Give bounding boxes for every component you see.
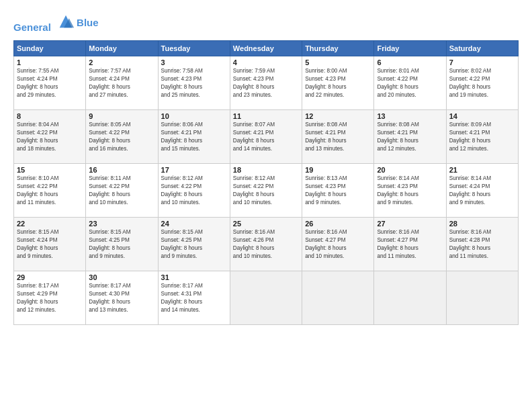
- weekday-header-tuesday: Tuesday: [158, 41, 230, 56]
- calendar-day-cell: 30Sunrise: 8:17 AMSunset: 4:30 PMDayligh…: [86, 271, 158, 325]
- day-info: Sunrise: 8:10 AMSunset: 4:22 PMDaylight:…: [17, 175, 83, 207]
- calendar-day-cell: 15Sunrise: 8:10 AMSunset: 4:22 PMDayligh…: [14, 164, 86, 218]
- day-number: 25: [233, 220, 299, 228]
- day-number: 9: [89, 112, 154, 120]
- logo-icon: [56, 12, 75, 31]
- day-info: Sunrise: 8:05 AMSunset: 4:22 PMDaylight:…: [89, 121, 154, 153]
- calendar-day-cell: 4Sunrise: 7:59 AMSunset: 4:23 PMDaylight…: [230, 56, 302, 110]
- day-info: Sunrise: 8:08 AMSunset: 4:21 PMDaylight:…: [305, 121, 371, 153]
- calendar-day-cell: 17Sunrise: 8:12 AMSunset: 4:22 PMDayligh…: [158, 164, 230, 218]
- day-number: 23: [89, 220, 154, 228]
- day-number: 29: [17, 273, 83, 281]
- calendar-day-cell: 2Sunrise: 7:57 AMSunset: 4:24 PMDaylight…: [86, 56, 158, 110]
- day-info: Sunrise: 8:17 AMSunset: 4:31 PMDaylight:…: [161, 282, 227, 314]
- calendar-day-cell: 5Sunrise: 8:00 AMSunset: 4:23 PMDaylight…: [302, 56, 374, 110]
- day-info: Sunrise: 8:02 AMSunset: 4:22 PMDaylight:…: [449, 67, 515, 99]
- day-info: Sunrise: 8:16 AMSunset: 4:27 PMDaylight:…: [377, 228, 443, 261]
- logo-blue: Blue: [77, 17, 99, 29]
- calendar-day-cell: 31Sunrise: 8:17 AMSunset: 4:31 PMDayligh…: [158, 271, 230, 325]
- day-number: 8: [17, 112, 83, 120]
- day-info: Sunrise: 8:12 AMSunset: 4:22 PMDaylight:…: [233, 175, 299, 207]
- calendar-day-cell: 10Sunrise: 8:06 AMSunset: 4:21 PMDayligh…: [158, 110, 230, 164]
- logo: General Blue: [13, 12, 99, 34]
- day-number: 13: [377, 112, 443, 120]
- day-info: Sunrise: 8:14 AMSunset: 4:23 PMDaylight:…: [377, 175, 443, 207]
- page-header: General Blue: [13, 12, 519, 34]
- calendar-day-cell: 22Sunrise: 8:15 AMSunset: 4:24 PMDayligh…: [14, 218, 86, 271]
- day-info: Sunrise: 8:16 AMSunset: 4:28 PMDaylight:…: [449, 228, 515, 261]
- weekday-header-monday: Monday: [86, 41, 158, 56]
- day-number: 15: [17, 166, 83, 174]
- day-info: Sunrise: 8:15 AMSunset: 4:24 PMDaylight:…: [17, 228, 83, 261]
- day-info: Sunrise: 8:16 AMSunset: 4:26 PMDaylight:…: [233, 228, 299, 261]
- day-info: Sunrise: 8:06 AMSunset: 4:21 PMDaylight:…: [161, 121, 227, 153]
- calendar-week-row: 8Sunrise: 8:04 AMSunset: 4:22 PMDaylight…: [14, 110, 519, 164]
- day-info: Sunrise: 8:17 AMSunset: 4:30 PMDaylight:…: [89, 282, 154, 314]
- empty-cell: [230, 271, 302, 325]
- day-info: Sunrise: 7:57 AMSunset: 4:24 PMDaylight:…: [89, 67, 154, 99]
- calendar-day-cell: 9Sunrise: 8:05 AMSunset: 4:22 PMDaylight…: [86, 110, 158, 164]
- day-number: 11: [233, 112, 299, 120]
- day-info: Sunrise: 7:58 AMSunset: 4:23 PMDaylight:…: [161, 67, 227, 99]
- day-info: Sunrise: 8:00 AMSunset: 4:23 PMDaylight:…: [305, 67, 371, 99]
- day-number: 26: [305, 220, 371, 228]
- day-number: 16: [89, 166, 154, 174]
- day-info: Sunrise: 8:12 AMSunset: 4:22 PMDaylight:…: [161, 175, 227, 207]
- empty-cell: [374, 271, 446, 325]
- day-info: Sunrise: 8:01 AMSunset: 4:22 PMDaylight:…: [377, 67, 443, 99]
- day-info: Sunrise: 8:04 AMSunset: 4:22 PMDaylight:…: [17, 121, 83, 153]
- day-info: Sunrise: 7:59 AMSunset: 4:23 PMDaylight:…: [233, 67, 299, 99]
- calendar-day-cell: 14Sunrise: 8:09 AMSunset: 4:21 PMDayligh…: [446, 110, 518, 164]
- calendar-table: SundayMondayTuesdayWednesdayThursdayFrid…: [13, 40, 519, 325]
- calendar-day-cell: 23Sunrise: 8:15 AMSunset: 4:25 PMDayligh…: [86, 218, 158, 271]
- day-info: Sunrise: 8:11 AMSunset: 4:22 PMDaylight:…: [89, 175, 154, 207]
- day-info: Sunrise: 8:15 AMSunset: 4:25 PMDaylight:…: [89, 228, 154, 261]
- calendar-day-cell: 24Sunrise: 8:15 AMSunset: 4:25 PMDayligh…: [158, 218, 230, 271]
- weekday-header-wednesday: Wednesday: [230, 41, 302, 56]
- empty-cell: [446, 271, 518, 325]
- weekday-header-thursday: Thursday: [302, 41, 374, 56]
- weekday-header-friday: Friday: [374, 41, 446, 56]
- calendar-day-cell: 16Sunrise: 8:11 AMSunset: 4:22 PMDayligh…: [86, 164, 158, 218]
- day-info: Sunrise: 8:09 AMSunset: 4:21 PMDaylight:…: [449, 121, 515, 153]
- day-number: 21: [449, 166, 515, 174]
- calendar-day-cell: 27Sunrise: 8:16 AMSunset: 4:27 PMDayligh…: [374, 218, 446, 271]
- day-info: Sunrise: 8:14 AMSunset: 4:24 PMDaylight:…: [449, 175, 515, 207]
- calendar-week-row: 29Sunrise: 8:17 AMSunset: 4:29 PMDayligh…: [14, 271, 519, 325]
- calendar-day-cell: 25Sunrise: 8:16 AMSunset: 4:26 PMDayligh…: [230, 218, 302, 271]
- day-info: Sunrise: 8:15 AMSunset: 4:25 PMDaylight:…: [161, 228, 227, 261]
- calendar-day-cell: 3Sunrise: 7:58 AMSunset: 4:23 PMDaylight…: [158, 56, 230, 110]
- logo-text: General: [13, 12, 75, 34]
- calendar-day-cell: 21Sunrise: 8:14 AMSunset: 4:24 PMDayligh…: [446, 164, 518, 218]
- calendar-day-cell: 12Sunrise: 8:08 AMSunset: 4:21 PMDayligh…: [302, 110, 374, 164]
- calendar-day-cell: 19Sunrise: 8:13 AMSunset: 4:23 PMDayligh…: [302, 164, 374, 218]
- day-info: Sunrise: 8:07 AMSunset: 4:21 PMDaylight:…: [233, 121, 299, 153]
- calendar-day-cell: 1Sunrise: 7:55 AMSunset: 4:24 PMDaylight…: [14, 56, 86, 110]
- day-info: Sunrise: 8:13 AMSunset: 4:23 PMDaylight:…: [305, 175, 371, 207]
- day-number: 18: [233, 166, 299, 174]
- day-number: 27: [377, 220, 443, 228]
- day-number: 2: [89, 58, 154, 66]
- calendar-day-cell: 8Sunrise: 8:04 AMSunset: 4:22 PMDaylight…: [14, 110, 86, 164]
- day-number: 7: [449, 58, 515, 66]
- day-number: 20: [377, 166, 443, 174]
- weekday-header-sunday: Sunday: [14, 41, 86, 56]
- day-number: 22: [17, 220, 83, 228]
- day-number: 1: [17, 58, 83, 66]
- calendar-day-cell: 6Sunrise: 8:01 AMSunset: 4:22 PMDaylight…: [374, 56, 446, 110]
- day-number: 5: [305, 58, 371, 66]
- calendar-day-cell: 28Sunrise: 8:16 AMSunset: 4:28 PMDayligh…: [446, 218, 518, 271]
- day-number: 10: [161, 112, 227, 120]
- day-info: Sunrise: 7:55 AMSunset: 4:24 PMDaylight:…: [17, 67, 83, 99]
- day-number: 6: [377, 58, 443, 66]
- calendar-header-row: SundayMondayTuesdayWednesdayThursdayFrid…: [14, 41, 519, 56]
- calendar-day-cell: 20Sunrise: 8:14 AMSunset: 4:23 PMDayligh…: [374, 164, 446, 218]
- weekday-header-saturday: Saturday: [446, 41, 518, 56]
- calendar-day-cell: 11Sunrise: 8:07 AMSunset: 4:21 PMDayligh…: [230, 110, 302, 164]
- day-number: 31: [161, 273, 227, 281]
- day-number: 17: [161, 166, 227, 174]
- day-number: 3: [161, 58, 227, 66]
- day-number: 19: [305, 166, 371, 174]
- calendar-day-cell: 13Sunrise: 8:08 AMSunset: 4:21 PMDayligh…: [374, 110, 446, 164]
- day-info: Sunrise: 8:08 AMSunset: 4:21 PMDaylight:…: [377, 121, 443, 153]
